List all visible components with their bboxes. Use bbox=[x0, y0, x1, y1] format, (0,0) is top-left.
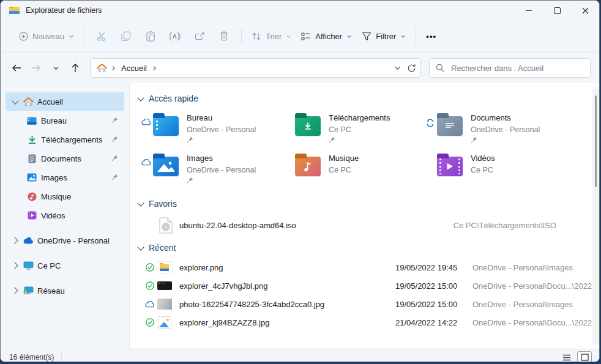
favorite-file-row[interactable]: ubuntu-22.04-desktop-amd64.iso Ce PC\Tél… bbox=[137, 215, 599, 235]
recent-file-row[interactable]: explorer_4cJ7vhgJbl.png 19/05/2022 15:00… bbox=[137, 277, 599, 295]
forward-button[interactable] bbox=[26, 58, 46, 78]
chevron-down-icon bbox=[286, 34, 291, 39]
videos-icon bbox=[26, 211, 37, 220]
music-icon bbox=[26, 192, 37, 201]
sidebar-item-onedrive[interactable]: OneDrive - Personal bbox=[6, 231, 124, 250]
status-bar: 16 élément(s) bbox=[1, 349, 599, 362]
share-button[interactable] bbox=[187, 28, 212, 45]
chevron-down-icon bbox=[346, 34, 352, 39]
delete-button[interactable] bbox=[212, 28, 236, 45]
chevron-down-icon bbox=[137, 199, 144, 206]
share-icon bbox=[195, 31, 205, 41]
downloads-icon bbox=[26, 135, 37, 144]
rename-icon: A bbox=[170, 32, 181, 41]
quick-access-tile-documents[interactable]: Documents OneDrive - Personal bbox=[421, 111, 563, 146]
recent-file-row[interactable]: photo-1622547748225-3fc4abd2cca0.jpg 19/… bbox=[137, 295, 599, 313]
sidebar-item-videos[interactable]: Vidéos bbox=[6, 206, 124, 225]
sidebar-item-bureau[interactable]: Bureau bbox=[6, 111, 124, 130]
close-button[interactable] bbox=[571, 1, 599, 20]
recent-file-row[interactable]: explorer_kj94BZAZZ8.jpg 21/04/2022 14:22… bbox=[137, 313, 599, 332]
file-location: OneDrive - Personal\Docu...\2022-02 bbox=[472, 318, 599, 327]
sidebar-item-label: Téléchargements bbox=[41, 135, 102, 144]
more-button[interactable]: ••• bbox=[421, 28, 441, 45]
app-folder-icon bbox=[9, 6, 20, 15]
tile-name: Documents bbox=[471, 113, 540, 124]
search-input[interactable] bbox=[450, 63, 584, 73]
recent-file-row[interactable]: explorer.png 19/05/2022 19:45 OneDrive -… bbox=[137, 258, 599, 277]
paste-icon bbox=[146, 31, 155, 42]
section-header-recent[interactable]: Récent bbox=[137, 241, 599, 254]
cut-button[interactable] bbox=[89, 28, 114, 45]
chevron-right-icon[interactable] bbox=[9, 238, 21, 243]
address-bar[interactable]: Accueil bbox=[90, 58, 420, 78]
plus-icon bbox=[19, 32, 28, 41]
quick-access-tile-videos[interactable]: Vidéos Ce PC bbox=[421, 152, 563, 186]
vertical-scrollbar[interactable] bbox=[592, 87, 599, 345]
sidebar-item-images[interactable]: Images bbox=[6, 168, 124, 187]
large-icons-view-button[interactable] bbox=[577, 351, 592, 363]
synced-check-icon bbox=[143, 281, 156, 290]
tile-location: OneDrive - Personal bbox=[187, 165, 256, 176]
tile-location: OneDrive - Personal bbox=[187, 124, 256, 135]
file-location: OneDrive - Personal\Images bbox=[472, 300, 573, 309]
breadcrumb-home[interactable]: Accueil bbox=[120, 62, 148, 74]
section-header-quick-access[interactable]: Accès rapide bbox=[137, 92, 599, 105]
quick-access-tile-telechargements[interactable]: Téléchargements Ce PC bbox=[279, 111, 421, 146]
address-dropdown-icon[interactable] bbox=[394, 65, 401, 72]
chevron-down-icon[interactable] bbox=[9, 100, 21, 103]
file-thumbnail bbox=[156, 281, 173, 290]
rename-button[interactable]: A bbox=[163, 28, 187, 45]
pin-icon bbox=[471, 136, 540, 143]
copy-icon bbox=[121, 31, 131, 42]
sort-button[interactable]: Trier bbox=[247, 28, 296, 45]
file-name: explorer.png bbox=[179, 263, 395, 272]
folder-music-icon bbox=[295, 157, 321, 176]
folder-downloads-icon bbox=[295, 116, 321, 136]
home-icon bbox=[97, 64, 107, 73]
section-header-favoris[interactable]: Favoris bbox=[137, 197, 599, 210]
cut-icon bbox=[97, 31, 107, 42]
quick-access-tile-bureau[interactable]: Bureau OneDrive - Personal bbox=[137, 111, 279, 146]
pin-icon bbox=[111, 174, 118, 180]
items-count: 16 élément(s) bbox=[9, 353, 54, 362]
file-thumbnail bbox=[156, 316, 173, 329]
back-button[interactable] bbox=[7, 58, 26, 78]
tile-name: Téléchargements bbox=[329, 113, 390, 124]
desktop-icon bbox=[26, 117, 37, 125]
sidebar-item-documents[interactable]: Documents bbox=[6, 149, 124, 168]
history-chevron-button[interactable] bbox=[46, 58, 65, 78]
sidebar-item-label: Vidéos bbox=[41, 211, 65, 220]
status-divider bbox=[61, 353, 62, 362]
up-button[interactable] bbox=[65, 58, 85, 78]
file-name: explorer_4cJ7vhgJbl.png bbox=[179, 281, 395, 291]
minimize-button[interactable] bbox=[515, 1, 543, 20]
chevron-down-icon bbox=[69, 34, 74, 39]
quick-access-tile-images[interactable]: Images OneDrive - Personal bbox=[137, 152, 279, 186]
sidebar-item-musique[interactable]: Musique bbox=[6, 187, 124, 206]
svg-text:A: A bbox=[173, 33, 177, 40]
iso-disc-icon bbox=[159, 217, 173, 234]
refresh-icon[interactable] bbox=[407, 64, 416, 73]
quick-access-tile-musique[interactable]: Musique Ce PC bbox=[279, 152, 421, 186]
maximize-button[interactable] bbox=[543, 1, 571, 20]
scrollbar-thumb[interactable] bbox=[595, 95, 597, 187]
paste-button[interactable] bbox=[138, 28, 163, 45]
copy-button[interactable] bbox=[114, 28, 138, 45]
document-icon bbox=[26, 154, 37, 163]
view-button[interactable]: Afficher bbox=[296, 28, 357, 45]
filter-button[interactable]: Filtrer bbox=[357, 28, 411, 45]
sidebar-item-telechargements[interactable]: Téléchargements bbox=[6, 130, 124, 149]
sidebar-item-ce-pc[interactable]: Ce PC bbox=[6, 256, 124, 275]
details-view-button[interactable] bbox=[559, 351, 574, 363]
new-button[interactable]: Nouveau bbox=[14, 28, 79, 45]
command-toolbar: Nouveau A bbox=[1, 20, 599, 53]
sidebar-item-accueil[interactable]: Accueil bbox=[6, 92, 124, 111]
sidebar-item-reseau[interactable]: Réseau bbox=[6, 281, 124, 300]
pin-icon bbox=[111, 155, 118, 162]
chevron-right-icon[interactable] bbox=[9, 288, 21, 293]
navigation-bar: Accueil bbox=[1, 53, 599, 83]
search-icon bbox=[436, 64, 444, 72]
search-box[interactable] bbox=[429, 58, 591, 78]
file-date: 19/05/2022 19:45 bbox=[395, 263, 472, 272]
chevron-right-icon[interactable] bbox=[9, 263, 21, 268]
